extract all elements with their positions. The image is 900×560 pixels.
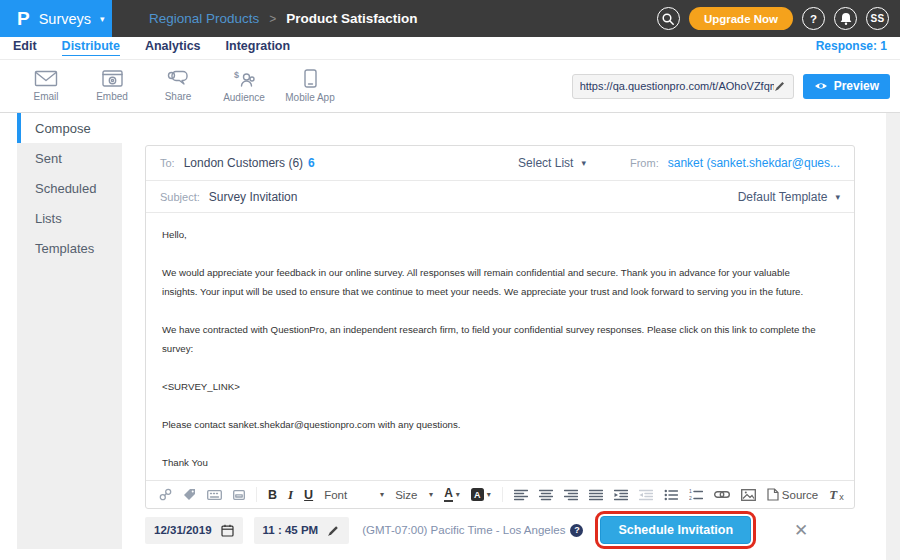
remove-format-icon: T bbox=[829, 487, 837, 503]
close-icon[interactable]: ✕ bbox=[794, 522, 808, 539]
date-value: 12/31/2019 bbox=[154, 524, 212, 536]
align-center-icon bbox=[539, 489, 553, 501]
link-icon bbox=[714, 490, 730, 499]
breadcrumb-separator-icon: > bbox=[269, 12, 276, 26]
bold-button[interactable]: B bbox=[268, 488, 277, 502]
channel-audience[interactable]: $ Audience bbox=[211, 70, 277, 103]
survey-url-field[interactable]: https://qa.questionpro.com/t/AOhoVZfqml bbox=[572, 74, 794, 99]
help-icon: ? bbox=[810, 13, 817, 25]
align-left-button[interactable] bbox=[514, 489, 528, 501]
channel-email[interactable]: Email bbox=[13, 70, 79, 102]
channel-embed[interactable]: Embed bbox=[79, 70, 145, 102]
from-value[interactable]: sanket (sanket.shekdar@ques... bbox=[668, 156, 840, 170]
template-label: Default Template bbox=[738, 190, 828, 204]
align-right-button[interactable] bbox=[564, 489, 578, 501]
avatar[interactable]: SS bbox=[866, 7, 889, 30]
schedule-invitation-button[interactable]: Schedule Invitation bbox=[600, 516, 751, 544]
schedule-row: 12/31/2019 11 : 45 PM (GMT-07:00) Pacifi… bbox=[145, 511, 857, 549]
channel-label: Embed bbox=[96, 91, 128, 102]
edit-pencil-icon[interactable] bbox=[327, 524, 340, 537]
email-body-line: Hello, bbox=[162, 225, 838, 244]
email-body-line: survey: bbox=[162, 339, 838, 358]
email-paragraph: <SURVEY_LINK> bbox=[162, 377, 838, 396]
sidebar-item-compose[interactable]: Compose bbox=[17, 113, 122, 143]
keyboard-button[interactable] bbox=[207, 490, 222, 500]
product-menu[interactable]: P Surveys ▾ bbox=[0, 0, 112, 37]
search-icon bbox=[662, 13, 674, 25]
subject-value[interactable]: Survey Invitation bbox=[209, 190, 298, 204]
tab-integration[interactable]: Integration bbox=[226, 39, 291, 55]
questionpro-logo-icon: P bbox=[17, 9, 30, 28]
source-label: Source bbox=[782, 489, 818, 501]
tab-analytics[interactable]: Analytics bbox=[145, 39, 201, 55]
distribute-sidebar: Compose Sent Scheduled Lists Templates bbox=[17, 113, 122, 549]
timezone-label: (GMT-07:00) Pacific Time - Los Angeles bbox=[362, 524, 565, 536]
sidebar-item-lists[interactable]: Lists bbox=[17, 203, 122, 233]
vertical-scrollbar[interactable] bbox=[886, 113, 900, 560]
size-dropdown[interactable]: Size ▾ bbox=[395, 489, 433, 501]
chevron-down-icon: ▾ bbox=[487, 490, 491, 499]
toolbar-separator bbox=[256, 487, 257, 502]
search-button[interactable] bbox=[657, 7, 680, 30]
from-label: From: bbox=[630, 157, 659, 169]
template-dropdown[interactable]: Default Template ▾ bbox=[738, 190, 840, 204]
remove-format-button[interactable]: T x bbox=[829, 487, 843, 503]
notifications-button[interactable] bbox=[834, 7, 857, 30]
text-color-button[interactable]: A ▾ bbox=[444, 487, 460, 502]
to-value[interactable]: London Customers (6) bbox=[184, 156, 303, 170]
widget-button[interactable] bbox=[233, 490, 245, 500]
survey-tabbar: Edit Distribute Analytics Integration Re… bbox=[0, 37, 900, 60]
insert-variable-button[interactable] bbox=[159, 488, 172, 501]
upgrade-now-button[interactable]: Upgrade Now bbox=[689, 7, 793, 30]
justify-button[interactable] bbox=[589, 489, 603, 501]
sidebar-item-sent[interactable]: Sent bbox=[17, 143, 122, 173]
font-dropdown[interactable]: Font ▾ bbox=[324, 489, 384, 501]
background-color-icon: A bbox=[471, 488, 484, 501]
preview-button[interactable]: Preview bbox=[803, 74, 890, 99]
email-body-editor[interactable]: Hello, We would appreciate your feedback… bbox=[146, 213, 854, 480]
channel-mobile-app[interactable]: Mobile App bbox=[277, 69, 343, 103]
chevron-down-icon: ▾ bbox=[581, 159, 586, 168]
insert-link-button[interactable] bbox=[714, 490, 730, 499]
header-actions: Upgrade Now ? SS bbox=[657, 7, 889, 30]
toolbar-separator bbox=[502, 487, 503, 502]
channel-share[interactable]: Share bbox=[145, 70, 211, 102]
chain-link-icon bbox=[159, 488, 172, 501]
background-color-button[interactable]: A ▾ bbox=[471, 488, 491, 501]
email-paragraph: Please contact sanket.shekdar@questionpr… bbox=[162, 415, 838, 434]
align-center-button[interactable] bbox=[539, 489, 553, 501]
time-value: 11 : 45 PM bbox=[263, 524, 319, 536]
bullet-list-icon bbox=[664, 489, 678, 501]
italic-button[interactable]: I bbox=[288, 487, 293, 503]
widget-icon bbox=[233, 490, 245, 500]
help-button[interactable]: ? bbox=[802, 7, 825, 30]
tab-edit[interactable]: Edit bbox=[13, 39, 37, 55]
subject-label: Subject: bbox=[160, 191, 200, 203]
to-label: To: bbox=[160, 157, 175, 169]
numbered-list-icon: 12 bbox=[689, 489, 703, 501]
timezone-help-button[interactable]: ? bbox=[570, 524, 583, 537]
insert-image-button[interactable] bbox=[741, 489, 756, 501]
time-picker[interactable]: 11 : 45 PM bbox=[254, 517, 350, 544]
tab-distribute[interactable]: Distribute bbox=[62, 39, 120, 56]
channel-label: Audience bbox=[223, 92, 265, 103]
email-body-line: Please contact sanket.shekdar@questionpr… bbox=[162, 415, 838, 434]
edit-pencil-icon[interactable] bbox=[774, 80, 786, 92]
sidebar-item-templates[interactable]: Templates bbox=[17, 233, 122, 263]
help-icon: ? bbox=[574, 525, 580, 535]
breadcrumb: Regional Products > Product Satisfaction bbox=[149, 11, 418, 26]
decrease-indent-button[interactable] bbox=[639, 489, 653, 501]
numbered-list-button[interactable]: 12 bbox=[689, 489, 703, 501]
underline-button[interactable]: U bbox=[304, 488, 313, 502]
eye-icon bbox=[814, 81, 828, 91]
sidebar-item-scheduled[interactable]: Scheduled bbox=[17, 173, 122, 203]
source-button[interactable]: Source bbox=[767, 488, 818, 501]
date-picker[interactable]: 12/31/2019 bbox=[145, 517, 243, 544]
align-left-icon bbox=[514, 489, 528, 501]
tag-button[interactable] bbox=[183, 488, 196, 501]
breadcrumb-current: Product Satisfaction bbox=[286, 11, 417, 26]
breadcrumb-parent[interactable]: Regional Products bbox=[149, 11, 259, 26]
bullet-list-button[interactable] bbox=[664, 489, 678, 501]
increase-indent-button[interactable] bbox=[614, 489, 628, 501]
select-list-dropdown[interactable]: Select List ▾ bbox=[518, 156, 586, 170]
